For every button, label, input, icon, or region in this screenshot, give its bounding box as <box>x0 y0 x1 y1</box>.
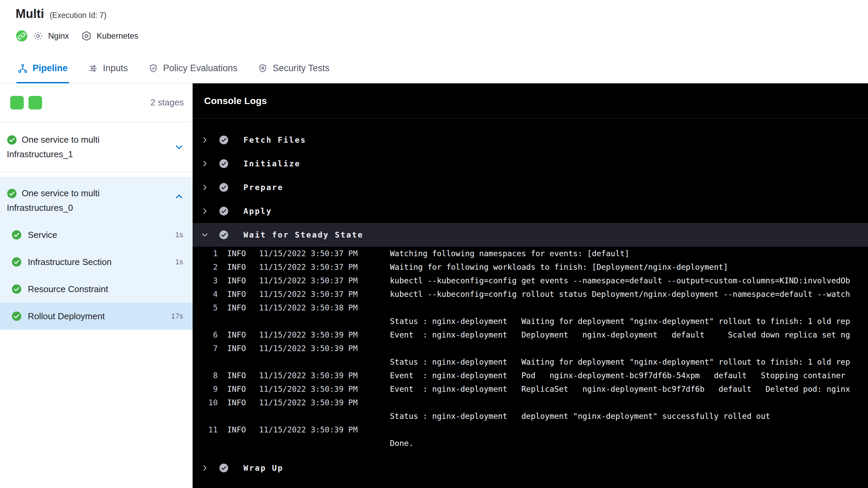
stages-sidebar: 2 stages One service to multi Infrastruc… <box>0 83 193 488</box>
step-success-icon <box>219 230 229 240</box>
step-duration: 17s <box>171 312 183 321</box>
log-line-number <box>196 355 218 369</box>
console-step-wait-for-steady-state[interactable]: Wait for Steady State <box>193 223 868 247</box>
tab-bar: Pipeline Inputs Policy Evaluations Secur… <box>0 54 868 83</box>
log-level: INFO <box>227 423 251 436</box>
log-message: Waiting for following workloads to finis… <box>390 260 728 274</box>
console-logs-header: Console Logs <box>193 83 868 119</box>
tab-pipeline[interactable]: Pipeline <box>7 54 78 83</box>
console-step-prepare[interactable]: Prepare <box>193 176 868 199</box>
log-message: Status : nginx-deployment Waiting for de… <box>390 314 850 328</box>
page-title: Multi <box>16 7 44 21</box>
log-line-number: 10 <box>196 396 218 409</box>
log-line-number: 1 <box>196 247 218 260</box>
stage-name: One service to multi Infrastructures_1 <box>7 135 100 159</box>
console-step-label: Wait for Steady State <box>243 230 363 239</box>
log-level <box>227 314 251 328</box>
kubernetes-icon <box>81 30 92 41</box>
log-timestamp <box>259 314 378 328</box>
tab-label: Pipeline <box>33 63 68 74</box>
log-line: 1 INFO 11/15/2022 3:50:37 PM Watching fo… <box>193 247 868 260</box>
chevron-right-icon[interactable] <box>201 136 211 144</box>
log-level: INFO <box>227 328 251 342</box>
step-success-icon <box>219 183 229 192</box>
log-line: 8 INFO 11/15/2022 3:50:39 PM Event : ngi… <box>193 369 868 382</box>
sidebar-step-rollout-deployment[interactable]: Rollout Deployment 17s <box>0 303 193 330</box>
log-message: Done. <box>390 436 413 450</box>
console-step-label: Wrap Up <box>243 464 283 472</box>
log-timestamp: 11/15/2022 3:50:39 PM <box>259 423 378 436</box>
log-level <box>227 409 251 423</box>
step-success-icon <box>219 463 229 473</box>
log-line: 4 INFO 11/15/2022 3:50:37 PM kubectl --k… <box>193 287 868 301</box>
step-label: Rollout Deployment <box>28 311 171 322</box>
chevron-right-icon[interactable] <box>201 183 211 191</box>
console-step-label: Fetch Files <box>243 136 306 144</box>
policy-evaluations-icon <box>148 63 158 74</box>
tab-inputs[interactable]: Inputs <box>78 54 138 83</box>
log-timestamp <box>259 355 378 369</box>
log-line: Done. <box>193 436 868 450</box>
stage-steps-list: Service 1s Infrastructure Section 1s Res… <box>0 221 193 330</box>
success-check-icon <box>12 311 22 321</box>
log-timestamp <box>259 409 378 423</box>
log-message: kubectl --kubeconfig=config rollout stat… <box>390 287 850 301</box>
console-step-label: Initialize <box>243 159 300 168</box>
chevron-down-icon[interactable] <box>174 142 184 152</box>
log-level <box>227 436 251 450</box>
log-timestamp: 11/15/2022 3:50:39 PM <box>259 328 378 342</box>
console-step-apply[interactable]: Apply <box>193 199 868 223</box>
log-timestamp <box>259 436 378 450</box>
log-line-number <box>196 409 218 423</box>
log-line-number: 8 <box>196 369 218 382</box>
execution-meta-row: Nginx Kubernetes <box>16 30 868 42</box>
chevron-up-icon[interactable] <box>174 192 184 201</box>
console-step-label: Prepare <box>243 183 283 192</box>
console-step-wrap-up[interactable]: Wrap Up <box>193 456 868 480</box>
log-line: Status : nginx-deployment Waiting for de… <box>193 314 868 328</box>
stage-status-square <box>28 96 42 109</box>
service-name: Nginx <box>48 31 69 41</box>
console-body[interactable]: Fetch Files Initialize Prepare Apply Wai… <box>193 119 868 480</box>
log-line-number: 6 <box>196 328 218 342</box>
log-line-number: 7 <box>196 342 218 355</box>
content-area: 2 stages One service to multi Infrastruc… <box>0 83 868 488</box>
console-step-initialize[interactable]: Initialize <box>193 152 868 176</box>
log-timestamp: 11/15/2022 3:50:39 PM <box>259 369 378 382</box>
log-level: INFO <box>227 274 251 287</box>
sidebar-step-infrastructure-section[interactable]: Infrastructure Section 1s <box>0 248 193 276</box>
chevron-down-icon[interactable] <box>201 231 211 239</box>
stages-summary: 2 stages <box>0 83 193 122</box>
log-line: 9 INFO 11/15/2022 3:50:39 PM Event : ngi… <box>193 382 868 396</box>
sidebar-step-service[interactable]: Service 1s <box>0 221 193 248</box>
pipeline-icon <box>18 63 28 74</box>
tab-label: Policy Evaluations <box>163 63 237 74</box>
stage-one-service-to-multi-infrastructures-1[interactable]: One service to multi Infrastructures_1 <box>0 122 193 172</box>
chevron-right-icon[interactable] <box>201 160 211 168</box>
step-label: Resource Constraint <box>28 284 183 294</box>
sidebar-step-resource-constraint[interactable]: Resource Constraint <box>0 276 193 303</box>
log-message: Event : nginx-deployment Deployment ngin… <box>390 328 850 342</box>
stage-header[interactable]: One service to multi Infrastructures_0 <box>0 177 193 221</box>
tab-security-tests[interactable]: Security Tests <box>248 54 340 83</box>
page-header: Multi (Execution Id: 7) Nginx Kubernetes <box>0 0 868 54</box>
step-success-icon <box>219 135 229 145</box>
tab-policy-evaluations[interactable]: Policy Evaluations <box>138 54 248 83</box>
success-check-icon <box>7 135 17 148</box>
chevron-right-icon[interactable] <box>201 207 211 215</box>
console-step-fetch-files[interactable]: Fetch Files <box>193 128 868 152</box>
log-timestamp: 11/15/2022 3:50:37 PM <box>259 247 378 260</box>
step-label: Service <box>28 230 175 240</box>
log-line: 10 INFO 11/15/2022 3:50:39 PM <box>193 396 868 409</box>
log-line: 2 INFO 11/15/2022 3:50:37 PM Waiting for… <box>193 260 868 274</box>
pipeline-execution-page: Multi (Execution Id: 7) Nginx Kubernetes… <box>0 0 868 488</box>
tab-label: Security Tests <box>273 63 330 74</box>
log-line: 5 INFO 11/15/2022 3:50:38 PM <box>193 301 868 314</box>
chevron-right-icon[interactable] <box>201 464 211 472</box>
console-panel: Console Logs Fetch Files Initialize Prep… <box>193 83 868 488</box>
step-success-icon <box>219 206 229 216</box>
log-line: Status : nginx-deployment deployment "ng… <box>193 409 868 423</box>
log-timestamp: 11/15/2022 3:50:39 PM <box>259 396 378 409</box>
log-level: INFO <box>227 396 251 409</box>
console-step-label: Apply <box>243 207 272 216</box>
